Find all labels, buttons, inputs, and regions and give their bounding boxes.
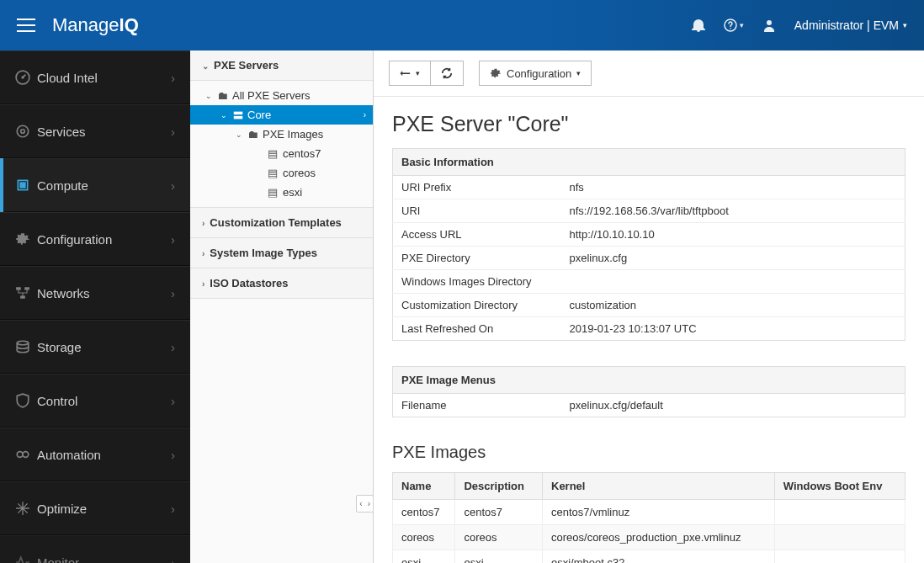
chevron-right-icon: ›: [171, 448, 175, 462]
svg-rect-9: [24, 287, 29, 289]
accordion-pxe-servers[interactable]: ⌄PXE Servers: [190, 50, 373, 81]
user-icon[interactable]: [762, 19, 776, 32]
table-row[interactable]: esxi esxi esxi/mboot.c32: [393, 550, 905, 564]
collapse-icon[interactable]: ⌄: [220, 111, 232, 120]
svg-rect-14: [234, 111, 243, 114]
sidebar-item-cloud-intel[interactable]: Cloud Intel ›: [0, 50, 190, 104]
caret-right-icon: ›: [202, 219, 204, 228]
gear-icon: [490, 67, 502, 79]
accordion-customization-templates[interactable]: ›Customization Templates: [190, 208, 373, 238]
table-header: PXE Image Menus: [393, 367, 905, 394]
accordion-iso-datastores[interactable]: ›ISO Datastores: [190, 268, 373, 299]
sidebar-item-control[interactable]: Control ›: [0, 374, 190, 428]
svg-point-4: [17, 125, 29, 137]
configuration-button[interactable]: Configuration ▾: [479, 61, 592, 86]
table-row: Windows Images Directory: [393, 270, 905, 294]
table-row: Filenamepxelinux.cfg/default: [393, 394, 905, 417]
sidebar-item-optimize[interactable]: Optimize ›: [0, 481, 190, 535]
folder-icon: 🖿: [247, 128, 263, 141]
tree-node-core[interactable]: ⌄ Core ›: [190, 105, 373, 125]
sidebar-item-configuration[interactable]: Configuration ›: [0, 212, 190, 266]
table-row: URInfs://192.168.56.3/var/lib/tftpboot: [393, 199, 905, 223]
accordion-system-image-types[interactable]: ›System Image Types: [190, 238, 373, 268]
tree-node-image[interactable]: ▤ esxi: [190, 183, 373, 202]
services-icon: [15, 124, 37, 139]
svg-point-5: [21, 130, 25, 134]
chevron-right-icon: ›: [171, 125, 175, 139]
back-button[interactable]: 🠔 ▾: [389, 61, 431, 86]
pxe-menus-table: PXE Image Menus Filenamepxelinux.cfg/def…: [392, 366, 905, 417]
table-row: Last Refreshed On2019-01-23 10:13:07 UTC: [393, 317, 905, 341]
sidebar-item-label: Optimize: [37, 502, 171, 516]
caret-down-icon: ▾: [416, 69, 420, 77]
sidebar-item-networks[interactable]: Networks ›: [0, 266, 190, 320]
sidebar-item-compute[interactable]: Compute ›: [0, 158, 190, 212]
chevron-left-icon: ‹: [357, 496, 364, 512]
chevron-right-icon: ›: [171, 394, 175, 408]
table-row: PXE Directorypxelinux.cfg: [393, 247, 905, 270]
menu-toggle-button[interactable]: [17, 19, 35, 32]
tree-node-pxe-images[interactable]: ⌄ 🖿 PXE Images: [190, 125, 373, 144]
main-content: 🠔 ▾ Configuration ▾: [374, 50, 924, 563]
gear-icon: [15, 231, 37, 247]
user-menu[interactable]: Administrator | EVM ▾: [794, 19, 907, 32]
panel-collapse-handle[interactable]: ‹›: [356, 495, 374, 513]
svg-rect-7: [20, 183, 25, 188]
top-navbar: ManageIQ ▾ Administrator | EVM ▾: [0, 0, 924, 50]
network-icon: [15, 285, 37, 300]
sidebar-item-label: Services: [37, 125, 171, 139]
table-row: Access URLhttp://10.10.10.10: [393, 223, 905, 247]
caret-down-icon: ⌄: [202, 61, 209, 71]
automation-icon: [15, 447, 37, 462]
folder-icon: 🖿: [217, 89, 232, 102]
main-nav-sidebar: Cloud Intel › Services › Compute › Confi…: [0, 50, 190, 563]
sidebar-item-storage[interactable]: Storage ›: [0, 320, 190, 374]
table-row[interactable]: centos7 centos7 centos7/vmlinuz: [393, 500, 905, 525]
section-title: PXE Images: [392, 443, 905, 462]
refresh-button[interactable]: [431, 61, 464, 86]
sidebar-item-automation[interactable]: Automation ›: [0, 428, 190, 481]
chevron-right-icon: ›: [171, 340, 175, 354]
svg-rect-8: [16, 287, 21, 289]
table-row[interactable]: coreos coreos coreos/coreos_production_p…: [393, 525, 905, 550]
basic-info-table: Basic Information URI Prefixnfs URInfs:/…: [392, 148, 905, 341]
refresh-icon: [441, 67, 453, 79]
bell-icon[interactable]: [692, 19, 705, 32]
chevron-right-icon: ›: [171, 71, 175, 85]
chevron-right-icon: ›: [365, 496, 373, 512]
collapse-icon[interactable]: ⌄: [205, 92, 217, 100]
pxe-images-table: Name Description Kernel Windows Boot Env…: [392, 472, 905, 563]
chevron-right-icon: ›: [171, 178, 175, 193]
arrow-left-icon: 🠔: [400, 67, 411, 80]
image-icon: ▤: [268, 167, 283, 179]
chevron-right-icon: ›: [171, 286, 175, 300]
svg-point-13: [23, 452, 29, 458]
tree-panel: ⌄PXE Servers ⌄ 🖿 All PXE Servers ⌄ Core …: [190, 50, 374, 563]
sidebar-item-label: Networks: [37, 286, 171, 300]
svg-point-1: [767, 20, 772, 25]
app-logo[interactable]: ManageIQ: [52, 14, 139, 36]
server-icon: [232, 109, 247, 121]
toolbar: 🠔 ▾ Configuration ▾: [374, 50, 924, 97]
help-icon[interactable]: ▾: [724, 19, 744, 32]
caret-right-icon: ›: [202, 249, 204, 258]
svg-point-11: [17, 341, 29, 345]
sidebar-item-label: Control: [37, 394, 171, 408]
tree-node-image[interactable]: ▤ coreos: [190, 163, 373, 183]
tree-node-all-pxe-servers[interactable]: ⌄ 🖿 All PXE Servers: [190, 86, 373, 105]
column-header[interactable]: Description: [455, 473, 543, 500]
collapse-icon[interactable]: ⌄: [236, 130, 247, 139]
chevron-right-icon: ›: [171, 555, 175, 564]
column-header[interactable]: Kernel: [543, 473, 775, 500]
storage-icon: [15, 339, 37, 354]
column-header[interactable]: Windows Boot Env: [774, 473, 905, 500]
svg-rect-15: [234, 115, 243, 119]
svg-point-3: [21, 76, 24, 78]
chevron-right-icon: ›: [171, 502, 175, 516]
tree-node-image[interactable]: ▤ centos7: [190, 144, 373, 163]
sidebar-item-monitor[interactable]: Monitor ›: [0, 535, 190, 563]
optimize-icon: [15, 501, 37, 516]
chevron-right-icon: ›: [364, 110, 366, 120]
column-header[interactable]: Name: [393, 473, 455, 500]
sidebar-item-services[interactable]: Services ›: [0, 104, 190, 158]
